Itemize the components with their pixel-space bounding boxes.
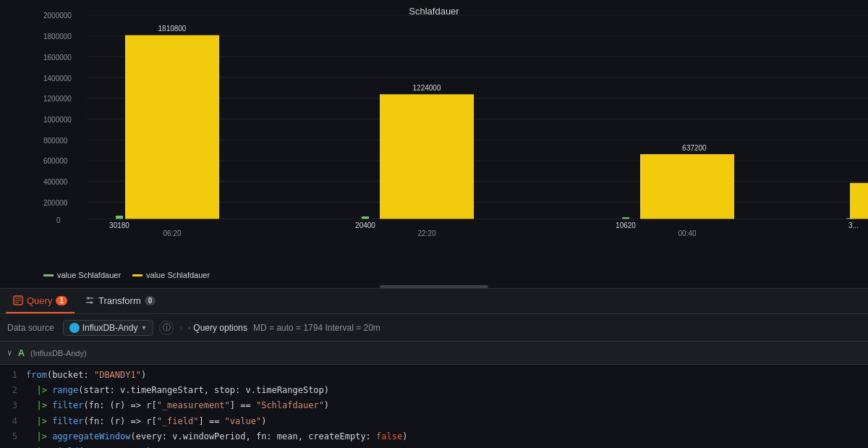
code-block: 1 from(bucket: "DBANDY1") 2 |> range(sta…: [0, 365, 868, 448]
line-content-4: |> filter(fn: (r) => r["_field"] == "val…: [26, 415, 266, 428]
svg-rect-22: [116, 216, 123, 219]
line-content-6: |> yield(name: "mean"): [26, 445, 151, 448]
svg-text:1200000: 1200000: [43, 94, 72, 103]
svg-text:1400000: 1400000: [43, 73, 72, 83]
svg-text:637200: 637200: [682, 143, 706, 152]
tab-transform-badge: 0: [145, 296, 156, 305]
svg-text:0: 0: [56, 215, 61, 224]
legend-line-yellow: [132, 274, 142, 276]
legend-line-green: [43, 274, 54, 276]
line-num-1: 1: [0, 368, 26, 382]
code-line-6: 6 |> yield(name: "mean"): [0, 444, 868, 448]
legend-item-green: value Schlafdauer: [43, 271, 121, 279]
svg-text:1800000: 1800000: [43, 32, 72, 41]
tab-transform-label: Transform: [98, 295, 141, 306]
tab-transform[interactable]: Transform 0: [77, 289, 163, 313]
collapse-icon[interactable]: ∨: [7, 348, 12, 358]
legend-item-yellow: value Schlafdauer: [132, 271, 210, 279]
svg-text:20400: 20400: [355, 220, 375, 229]
svg-rect-28: [380, 94, 474, 219]
svg-text:06:20: 06:20: [163, 228, 181, 237]
chart-legend: value Schlafdauer value Schlafdauer: [0, 268, 868, 284]
svg-text:1000000: 1000000: [43, 114, 72, 124]
svg-text:800000: 800000: [43, 135, 67, 145]
svg-text:2000000: 2000000: [43, 11, 72, 20]
query-icon: [13, 295, 23, 305]
scrollbar-thumb[interactable]: [380, 285, 488, 288]
line-content-5: |> aggregateWindow(every: v.windowPeriod…: [26, 430, 407, 444]
tab-query-badge: 1: [56, 296, 67, 305]
legend-label-green: value Schlafdauer: [57, 271, 121, 279]
svg-text:10620: 10620: [616, 220, 636, 229]
svg-text:600000: 600000: [43, 156, 67, 166]
svg-rect-24: [622, 217, 629, 219]
query-options-button[interactable]: › Query options: [188, 323, 247, 333]
chart-svg: 2000000 1800000 1600000 1400000 1200000 …: [43, 7, 868, 239]
info-button[interactable]: ⓘ: [159, 321, 174, 335]
line-num-4: 4: [0, 415, 26, 428]
chart-container: Schlafdauer 2000000 1800000 1600000 1400…: [0, 0, 868, 268]
code-line-2: 2 |> range(start: v.timeRangeStart, stop…: [0, 383, 868, 398]
chart-inner: 2000000 1800000 1600000 1400000 1200000 …: [43, 7, 868, 239]
svg-text:00:40: 00:40: [678, 228, 696, 237]
line-content-2: |> range(start: v.timeRangeStart, stop: …: [26, 384, 329, 397]
chevron-down-icon: ▼: [140, 324, 147, 331]
line-num-2: 2: [0, 384, 26, 397]
line-content-3: |> filter(fn: (r) => r["_measurement"] =…: [26, 399, 329, 413]
line-num-6: 6: [0, 445, 26, 448]
query-header: ∨ A (InfluxDB-Andy): [0, 342, 868, 365]
code-line-5: 5 |> aggregateWindow(every: v.windowPeri…: [0, 429, 868, 444]
svg-text:400000: 400000: [43, 177, 67, 186]
line-num-3: 3: [0, 399, 26, 413]
svg-text:3...: 3...: [848, 220, 859, 229]
line-num-5: 5: [0, 430, 26, 444]
svg-text:200000: 200000: [43, 198, 67, 207]
code-line-1: 1 from(bucket: "DBANDY1"): [0, 368, 868, 383]
query-id-label: A: [18, 347, 25, 358]
tabs-bar: Query 1 Transform 0: [0, 288, 868, 314]
svg-text:1810800: 1810800: [158, 24, 187, 33]
svg-text:22:20: 22:20: [417, 228, 435, 237]
query-options-chevron: ›: [188, 324, 190, 331]
line-content-1: from(bucket: "DBANDY1"): [26, 368, 146, 382]
datasource-label: Data source: [7, 323, 54, 333]
transform-icon: [85, 295, 95, 305]
svg-rect-26: [125, 35, 219, 219]
svg-rect-32: [850, 183, 868, 219]
svg-rect-30: [640, 154, 734, 219]
tab-query-label: Query: [27, 295, 52, 306]
datasource-bar: Data source InfluxDB-Andy ▼ ⓘ › › Query …: [0, 314, 868, 342]
query-options-label: Query options: [193, 323, 247, 333]
svg-text:1600000: 1600000: [43, 52, 72, 62]
separator: ›: [179, 323, 182, 333]
query-meta: MD = auto = 1794 Interval = 20m: [253, 323, 380, 333]
svg-text:1224000: 1224000: [413, 83, 441, 92]
svg-rect-23: [362, 216, 369, 219]
code-line-4: 4 |> filter(fn: (r) => r["_field"] == "v…: [0, 414, 868, 429]
legend-label-yellow: value Schlafdauer: [146, 271, 210, 279]
tab-query[interactable]: Query 1: [6, 289, 75, 313]
svg-text:30180: 30180: [109, 220, 129, 229]
influxdb-icon: [69, 323, 80, 333]
query-editor: ∨ A (InfluxDB-Andy) 1 from(bucket: "DBAN…: [0, 342, 868, 448]
query-source-label: (InfluxDB-Andy): [30, 349, 87, 358]
datasource-name: InfluxDB-Andy: [82, 323, 138, 333]
datasource-select[interactable]: InfluxDB-Andy ▼: [63, 320, 154, 336]
code-line-3: 3 |> filter(fn: (r) => r["_measurement"]…: [0, 398, 868, 413]
